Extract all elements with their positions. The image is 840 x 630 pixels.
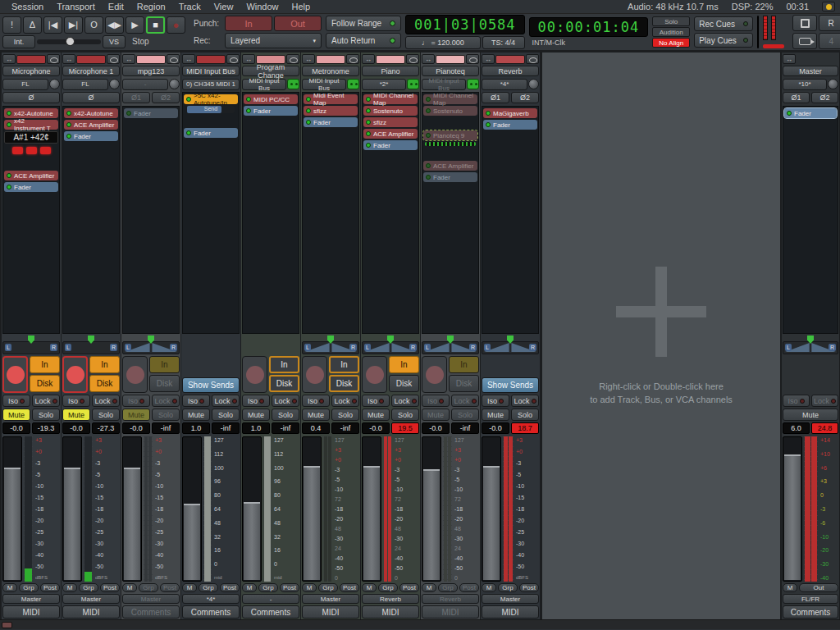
solo-indicator-button[interactable]: Solo bbox=[652, 16, 690, 26]
metering-point-m-button[interactable]: M bbox=[362, 583, 377, 592]
processor-active-led[interactable] bbox=[186, 130, 191, 135]
processor-box[interactable]: x42-AutotuneACE AmplifierFader bbox=[62, 106, 120, 334]
comments-button[interactable]: Comments bbox=[122, 605, 180, 619]
processor-pianoteq-9[interactable]: Pianoteq 9 bbox=[423, 130, 477, 140]
mute-button[interactable]: Mute bbox=[362, 409, 390, 421]
comments-button[interactable]: Comments bbox=[242, 605, 299, 619]
group-button[interactable]: Grp bbox=[139, 583, 158, 592]
monitor-disk-button[interactable]: Disk bbox=[389, 375, 419, 392]
strip-hide-icon[interactable] bbox=[107, 54, 120, 64]
solo-isolate-button[interactable]: Iso bbox=[362, 395, 390, 407]
strip-width-button[interactable]: ↔ bbox=[122, 54, 135, 64]
record-enable-button[interactable] bbox=[122, 356, 148, 393]
menu-track[interactable]: Track bbox=[172, 2, 208, 11]
group-button[interactable]: Grp bbox=[19, 583, 39, 592]
channel-fader[interactable] bbox=[362, 436, 381, 582]
strip-color-record-blob[interactable] bbox=[495, 55, 525, 64]
processor-midi-channel-map[interactable]: MIDI Channel Map bbox=[423, 94, 477, 104]
gain-display[interactable]: -0.0 bbox=[2, 422, 30, 434]
output-button[interactable]: Master bbox=[302, 594, 359, 604]
strip-width-button[interactable]: ↔ bbox=[2, 54, 16, 64]
fader-lock-button[interactable]: Lock bbox=[92, 395, 120, 407]
processor-active-led[interactable] bbox=[186, 97, 191, 102]
peak-display[interactable]: 18.7 bbox=[511, 422, 539, 434]
fader-processor[interactable]: Fader bbox=[184, 128, 238, 138]
group-button[interactable]: Grp bbox=[498, 583, 518, 592]
midi-panel-button[interactable]: MIDI bbox=[2, 605, 60, 619]
monitor-disk-button[interactable]: Disk bbox=[269, 375, 299, 392]
gain-display[interactable]: -0.0 bbox=[122, 422, 150, 434]
peak-display[interactable]: -27.3 bbox=[92, 422, 120, 434]
processor-midi-pc-cc[interactable]: MIDI PC/CC bbox=[244, 94, 298, 104]
monitor-disk-button[interactable]: Disk bbox=[329, 375, 359, 392]
processor-active-led[interactable] bbox=[306, 120, 311, 125]
phase-invert-button[interactable]: Ø bbox=[62, 92, 120, 103]
midi-panel-button[interactable]: MIDI bbox=[62, 605, 120, 619]
processor-active-led[interactable] bbox=[66, 111, 71, 116]
meter-point-button[interactable]: Post bbox=[399, 583, 419, 592]
phase-invert-button[interactable]: Ø bbox=[2, 92, 60, 103]
strip-width-button[interactable]: ↔ bbox=[482, 54, 495, 64]
processor-box[interactable]: MaGigaverbFader bbox=[482, 106, 539, 334]
gain-display[interactable]: -0.0 bbox=[362, 422, 390, 434]
channel-fader[interactable] bbox=[122, 436, 142, 582]
goto-end-button[interactable]: ▶| bbox=[64, 16, 83, 34]
processor-active-led[interactable] bbox=[426, 97, 431, 102]
channel-fader[interactable] bbox=[422, 436, 441, 582]
solo-button[interactable]: Solo bbox=[331, 409, 359, 421]
channel-fader[interactable] bbox=[242, 436, 262, 582]
phase-invert-button[interactable]: Ø1 bbox=[783, 92, 810, 103]
processor-active-led[interactable] bbox=[366, 143, 371, 148]
punch-out-button[interactable]: Out bbox=[274, 16, 322, 31]
processor-active-led[interactable] bbox=[306, 108, 311, 113]
punch-in-button[interactable]: In bbox=[225, 16, 272, 31]
primary-clock[interactable]: 001|03|0584 bbox=[405, 15, 525, 34]
cue-layer-button[interactable] bbox=[792, 33, 817, 49]
mute-button[interactable]: Mute bbox=[242, 409, 270, 421]
strip-name-button[interactable]: Master bbox=[783, 66, 838, 76]
processor-active-led[interactable] bbox=[66, 122, 71, 127]
stop-button[interactable]: ■ bbox=[146, 16, 165, 34]
strip-name-button[interactable]: Piano bbox=[362, 66, 419, 76]
phase-invert-button[interactable]: Ø1 bbox=[122, 92, 150, 103]
processor-active-led[interactable] bbox=[426, 133, 431, 138]
processor--5c-x42-autotune-in[interactable]: >5C x42-Autotune/In bbox=[184, 94, 238, 104]
metering-point-m-button[interactable]: M bbox=[122, 583, 137, 592]
group-button[interactable]: Grp bbox=[258, 583, 278, 592]
strip-hide-icon[interactable] bbox=[286, 54, 299, 64]
channel-fader[interactable] bbox=[62, 436, 82, 582]
gain-display[interactable]: -0.0 bbox=[482, 422, 509, 434]
mini-timeline[interactable]: start end 1|00|00 21|00|00 bbox=[757, 16, 759, 48]
processor-box[interactable]: Midi Event MapsfizzFader bbox=[302, 92, 359, 334]
monitor-disk-button[interactable]: Disk bbox=[449, 375, 479, 392]
mute-button[interactable]: Mute bbox=[62, 409, 90, 421]
record-enable-button[interactable] bbox=[2, 356, 28, 393]
processor-active-led[interactable] bbox=[366, 108, 371, 113]
shuttle-thumb[interactable] bbox=[66, 37, 75, 46]
strip-name-button[interactable]: Reverb bbox=[482, 66, 539, 76]
menu-session[interactable]: Session bbox=[5, 2, 50, 11]
processor-active-led[interactable] bbox=[7, 185, 11, 189]
show-sends-button[interactable]: Show Sends bbox=[182, 377, 240, 393]
peak-display[interactable]: -inf bbox=[152, 422, 180, 434]
strip-color-record-blob[interactable] bbox=[196, 55, 226, 64]
processor-active-led[interactable] bbox=[366, 120, 371, 125]
solo-isolate-button[interactable]: Iso bbox=[62, 395, 90, 407]
strip-name-button[interactable]: mpg123 bbox=[122, 66, 180, 76]
peak-display[interactable]: -inf bbox=[272, 422, 299, 434]
strip-hide-icon[interactable] bbox=[226, 54, 240, 64]
strip-color-record-blob[interactable] bbox=[136, 55, 166, 64]
follow-range-button[interactable]: Follow Range bbox=[326, 16, 401, 31]
fader-processor[interactable]: Fader bbox=[64, 131, 118, 141]
processor-box[interactable]: >5C x42-Autotune/InSendFader bbox=[182, 92, 240, 334]
loop-button[interactable]: O bbox=[84, 16, 103, 34]
record-button[interactable]: ● bbox=[167, 16, 185, 34]
input-button[interactable]: *4* bbox=[482, 79, 527, 90]
metering-point-m-button[interactable]: M bbox=[2, 583, 17, 592]
monitor-section-button[interactable] bbox=[792, 15, 817, 31]
processor-box[interactable]: Fader bbox=[122, 106, 180, 334]
gain-display[interactable]: 1.0 bbox=[182, 422, 210, 434]
output-button[interactable]: Master bbox=[62, 594, 120, 604]
midi-panel-button[interactable]: MIDI bbox=[362, 605, 419, 619]
sync-source-button[interactable]: Int. bbox=[2, 35, 35, 48]
